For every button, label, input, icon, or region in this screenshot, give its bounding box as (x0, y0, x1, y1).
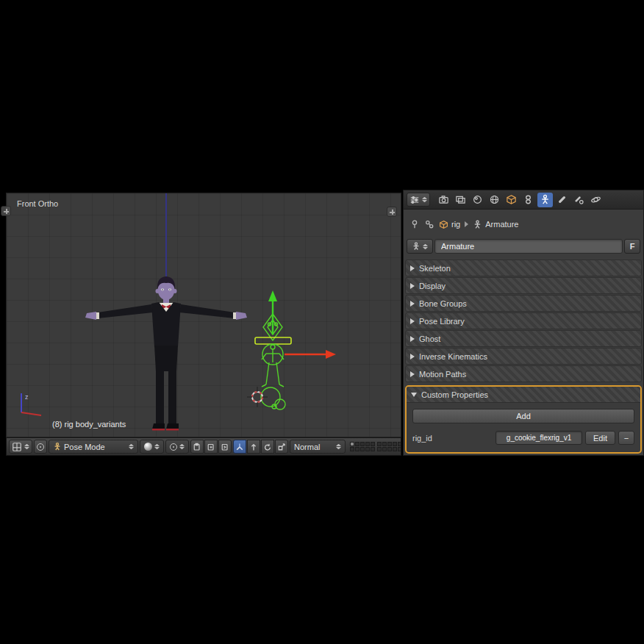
expand-arrow-icon (410, 265, 415, 271)
expand-arrow-icon (410, 354, 415, 359)
gizmo-x-arrow[interactable] (285, 350, 336, 359)
mode-dropdown[interactable]: Pose Mode (49, 440, 138, 454)
properties-editor-type-button[interactable] (407, 193, 430, 207)
layer-cell[interactable] (398, 447, 401, 451)
layer-cell[interactable] (360, 442, 365, 446)
panel-label: Display (419, 282, 446, 290)
tab-scene[interactable] (470, 193, 485, 207)
toolshelf-expand-button[interactable] (1, 206, 11, 216)
view-name-label: Front Ortho (17, 199, 58, 208)
header-options-button[interactable] (34, 440, 47, 454)
breadcrumb: rig Armature (404, 210, 643, 235)
chevron-updown-icon (422, 196, 427, 203)
layer-cell[interactable] (398, 442, 401, 446)
panel-header-skeleton[interactable]: Skeleton (405, 260, 642, 276)
remove-property-button[interactable]: − (618, 431, 634, 445)
layer-cell[interactable] (382, 447, 387, 451)
editor-type-button[interactable] (9, 440, 32, 454)
expand-arrow-icon (410, 301, 415, 307)
armature-name-input[interactable] (434, 239, 623, 254)
layer-cell[interactable] (387, 447, 392, 451)
viewport-canvas: z (8) rig body_variants (7, 193, 401, 437)
panel-header-motion-paths[interactable]: Motion Paths (405, 365, 642, 382)
camera-icon (438, 194, 449, 205)
object-cube-icon (439, 220, 448, 229)
tab-render-layers[interactable] (453, 193, 468, 207)
tab-bone[interactable] (554, 193, 570, 207)
custom-properties-panel: Custom Properties Add rig_id g_cookie_fl… (405, 385, 642, 454)
copy-pose-button[interactable] (190, 440, 204, 454)
layer-cell[interactable] (382, 442, 387, 446)
panel-label: Motion Paths (419, 370, 466, 379)
tab-object-data[interactable] (537, 193, 553, 207)
panel-header-inverse-kinematics[interactable]: Inverse Kinematics (405, 348, 642, 365)
layer-cell[interactable] (371, 442, 375, 446)
tab-world[interactable] (487, 193, 502, 207)
paste-flipped-pose-button[interactable] (218, 440, 232, 454)
layer-cell[interactable] (365, 447, 370, 451)
chevron-right-icon (465, 221, 468, 227)
manipulator-axis-icon (235, 443, 244, 451)
layer-cell[interactable] (371, 447, 375, 451)
panel-header-display[interactable]: Display (405, 277, 642, 294)
bone-icon (557, 194, 568, 205)
datablock-browse-icon[interactable] (424, 219, 434, 229)
panel-list: Skeleton Display Bone Groups Pose Librar… (404, 260, 643, 383)
tab-physics[interactable] (588, 193, 604, 207)
panel-header-bone-groups[interactable]: Bone Groups (405, 295, 642, 312)
id-type-button[interactable] (407, 239, 433, 254)
viewport-editor-icon (12, 442, 22, 452)
layers-icon (455, 194, 466, 205)
gizmo-z-arrow[interactable] (268, 290, 277, 334)
datablock-name-row: F (404, 235, 643, 258)
panel-header-pose-library[interactable]: Pose Library (405, 312, 642, 329)
panel-header-custom-properties[interactable]: Custom Properties (407, 387, 640, 403)
region-expand-button[interactable] (387, 207, 397, 217)
layers-grid[interactable] (350, 442, 401, 451)
pivot-dropdown[interactable] (165, 440, 189, 454)
expand-arrow-icon (410, 336, 415, 342)
panel-header-ghost[interactable]: Ghost (405, 330, 642, 347)
layer-cell[interactable] (393, 447, 397, 451)
layer-cell[interactable] (360, 447, 365, 451)
layer-cell[interactable] (377, 442, 382, 446)
character-mesh[interactable] (85, 276, 247, 431)
properties-editor: rig Armature F Skeleton (403, 190, 644, 456)
paste-pose-button[interactable] (204, 440, 218, 454)
breadcrumb-data-label: Armature (485, 220, 518, 229)
layer-cell[interactable] (350, 447, 354, 451)
scale-manipulator-button[interactable] (275, 440, 288, 454)
layer-cell[interactable] (350, 442, 354, 446)
tab-render[interactable] (436, 193, 451, 207)
properties-header (404, 190, 643, 210)
layer-cell[interactable] (387, 442, 392, 446)
breadcrumb-object[interactable]: rig (439, 220, 460, 229)
breadcrumb-data[interactable]: Armature (473, 220, 518, 229)
orientation-dropdown[interactable]: Normal (290, 440, 346, 454)
fake-user-button[interactable]: F (624, 239, 640, 254)
3d-viewport[interactable]: z (8) rig body_variants Front Ortho (6, 193, 401, 437)
expand-arrow-icon (410, 318, 415, 324)
panel-label: Inverse Kinematics (419, 352, 487, 361)
edit-property-button[interactable]: Edit (585, 431, 615, 445)
tab-bone-constraints[interactable] (571, 193, 587, 207)
rotate-manipulator-button[interactable] (261, 440, 274, 454)
layer-cell[interactable] (355, 447, 359, 451)
axis-z-label: z (25, 393, 29, 401)
translate-manipulator-button[interactable] (247, 440, 260, 454)
mini-axis-gizmo: z (21, 393, 41, 415)
rig-id-value-field[interactable]: g_cookie_flexrig_v1 (495, 431, 582, 445)
collapse-arrow-icon (411, 393, 417, 397)
chevron-updown-icon (154, 443, 160, 450)
layer-cell[interactable] (355, 442, 359, 446)
armature-icon (412, 242, 421, 251)
tab-object[interactable] (504, 193, 519, 207)
pin-icon[interactable] (409, 219, 420, 229)
manipulator-toggle-button[interactable] (233, 440, 246, 454)
shading-dropdown[interactable] (140, 440, 164, 454)
layer-cell[interactable] (365, 442, 370, 446)
tab-constraints[interactable] (520, 193, 536, 207)
add-property-button[interactable]: Add (412, 409, 634, 423)
layer-cell[interactable] (393, 442, 397, 446)
layer-cell[interactable] (377, 447, 382, 451)
